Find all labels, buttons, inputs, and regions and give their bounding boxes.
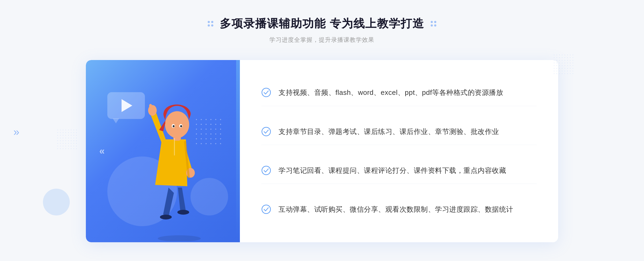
dot-3: [208, 24, 210, 27]
check-icon-1: [261, 88, 271, 97]
feature-text-1: 支持视频、音频、flash、word、excel、ppt、pdf等各种格式的资源…: [279, 87, 503, 98]
feature-text-3: 学习笔记回看、课程提问、课程评论打分、课件资料下载，重点内容收藏: [279, 165, 506, 176]
person-figure: [134, 86, 225, 242]
dot-6: [434, 21, 436, 23]
dot-grid-left: [56, 129, 78, 150]
svg-point-7: [165, 111, 189, 138]
svg-point-14: [262, 166, 270, 175]
content-card: «: [86, 60, 558, 242]
check-icon-3: [261, 166, 271, 175]
svg-point-10: [173, 125, 175, 127]
dot-grid-right: [553, 54, 574, 75]
feature-item-4: 互动弹幕、试听购买、微信分享、观看次数限制、学习进度跟踪、数据统计: [261, 196, 537, 223]
right-title-dots: [431, 21, 436, 27]
dot-2: [211, 21, 213, 23]
content-panel: 支持视频、音频、flash、word、excel、ppt、pdf等各种格式的资源…: [240, 60, 558, 242]
dot-8: [434, 24, 436, 27]
dot-5: [431, 21, 433, 23]
svg-point-11: [180, 125, 182, 127]
dot-7: [431, 24, 433, 27]
blue-circle-decoration: [43, 189, 70, 215]
feature-text-2: 支持章节目录、弹题考试、课后练习、课后作业、章节测验、批改作业: [279, 126, 499, 137]
feature-item-3: 学习笔记回看、课程提问、课程评论打分、课件资料下载，重点内容收藏: [261, 158, 537, 184]
header-section: 多项录播课辅助功能 专为线上教学打造 学习进度全掌握，提升录播课教学效果: [208, 16, 436, 44]
left-arrow-decoration: »: [13, 126, 19, 138]
feature-item-1: 支持视频、音频、flash、word、excel、ppt、pdf等各种格式的资源…: [261, 80, 537, 106]
svg-point-2: [177, 210, 189, 215]
svg-point-13: [262, 127, 270, 136]
check-icon-4: [261, 204, 271, 214]
title-row: 多项录播课辅助功能 专为线上教学打造: [208, 16, 436, 31]
left-title-dots: [208, 21, 213, 27]
feature-text-4: 互动弹幕、试听购买、微信分享、观看次数限制、学习进度跟踪、数据统计: [279, 204, 513, 215]
check-icon-2: [261, 127, 271, 136]
svg-point-0: [158, 235, 201, 241]
dot-4: [211, 24, 213, 27]
svg-point-12: [262, 88, 270, 97]
illustration-panel: «: [86, 60, 236, 242]
chevron-decoration: «: [99, 146, 105, 157]
svg-rect-4: [149, 104, 152, 112]
vertical-accent-strip: [236, 60, 240, 242]
play-triangle-icon: [122, 99, 132, 112]
svg-point-1: [160, 215, 172, 219]
subtitle: 学习进度全掌握，提升录播课教学效果: [208, 36, 436, 44]
svg-point-15: [262, 205, 270, 214]
feature-item-2: 支持章节目录、弹题考试、课后练习、课后作业、章节测验、批改作业: [261, 119, 537, 145]
page-container: » 多项录播课辅助功能 专为线上教学打造 学习进度全掌握，提升录播课教学效果: [0, 0, 644, 261]
dot-1: [208, 21, 210, 23]
main-title: 多项录播课辅助功能 专为线上教学打造: [220, 16, 424, 31]
